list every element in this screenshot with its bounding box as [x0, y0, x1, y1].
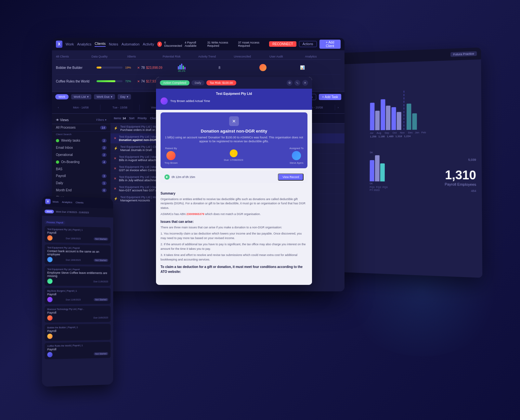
task-type-icon-5: ✕ — [114, 167, 116, 170]
popup-notification-text: Troy Brown added Actual Time — [170, 99, 210, 103]
lightning-center-icon: ⚡ — [230, 149, 238, 157]
mobile-task-1[interactable]: Test Equipment Pty Ltd | Payroll | 1 Pay… — [45, 226, 110, 243]
assigned-to-name: Steve Ayers — [290, 161, 304, 164]
day-mon[interactable]: Mon - 14/08 — [61, 105, 100, 110]
nav-clients[interactable]: Clients — [95, 42, 106, 47]
bas-label: BAS — [56, 167, 62, 171]
mobile-task-5[interactable]: Bluesoul Technology Pty Ltd | Payr... Pa… — [45, 306, 110, 323]
right-bars — [370, 79, 476, 130]
status-asset: 37 Asset Access Required — [238, 41, 267, 47]
col-audit: User Audit — [269, 55, 305, 58]
rv-1256: 1,256 — [370, 135, 376, 138]
timer-value: 0h 12m of 0h 15m — [172, 175, 195, 179]
sidebar-payroll[interactable]: Payroll 3 — [52, 172, 110, 180]
r-label-jul: Jul — [370, 131, 373, 134]
fq3-fy: FY 2023 — [370, 188, 419, 192]
nav-notes[interactable]: Notes — [109, 42, 118, 46]
mobile-task-4[interactable]: Big Boss Burgers | Payroll | 1 Payroll D… — [45, 287, 110, 304]
fq3-b2 — [375, 155, 380, 181]
popup-signers: Raised By Troy Brown ⚡ Due: 17/08/2023 A… — [164, 147, 304, 164]
practice-selector[interactable]: Futura Practice — [450, 51, 477, 57]
popup-expand-btn[interactable]: ⤡ — [294, 80, 300, 86]
mobile-nav-clients[interactable]: Clients — [76, 201, 84, 204]
trend-bar-4 — [183, 66, 184, 70]
rbar-1-2 — [375, 110, 380, 130]
mobile-task-client-3: Test Equipment Pty Ltd | Payroll — [47, 268, 108, 271]
issue-2-text: 2. If the amount of additional tax you h… — [161, 242, 307, 251]
sidebar-monthend[interactable]: Month End 6 — [52, 187, 110, 194]
client-analytics-1: 📊 — [300, 65, 341, 70]
filter-mode-selector[interactable]: Work Due ▾ — [94, 94, 115, 99]
priority-label: Priority — [138, 117, 147, 120]
mobile-task-6[interactable]: Bobbie the Builder | Payroll | 1 Payroll — [45, 324, 110, 341]
mobile-task-3[interactable]: Test Equipment Pty Ltd | Payroll Employe… — [45, 266, 110, 286]
mobile-task-name-7: Payroll — [47, 347, 108, 351]
popup-tab-completed[interactable]: Action Completed — [160, 80, 189, 85]
client-xberts-1: ✕ 78 $23,898.09 — [137, 66, 178, 70]
view-mode-selector[interactable]: Work List ▾ — [71, 94, 91, 99]
mobile-task-2[interactable]: Test Equipment Pty Ltd | Payroll Contact… — [45, 244, 110, 265]
abn-text: ASWMCo has ABN 23009965379 which does no… — [161, 212, 307, 217]
filter-label[interactable]: Filters ▾ — [96, 118, 107, 121]
mobile-nav-work[interactable]: Work — [53, 200, 59, 203]
nav-analytics[interactable]: Analytics — [77, 42, 91, 46]
email-label: Email Inbox — [56, 146, 73, 149]
all-processes-count: 14 — [100, 126, 107, 130]
popup-tab-taxrisk[interactable]: Tax Risk: $100.00 — [206, 80, 236, 85]
sidebar-onboarding1[interactable]: On-Boarding 4 — [52, 159, 110, 166]
add-client-button[interactable]: + Add Client — [319, 40, 341, 49]
mobile-task-7[interactable]: Coffee Rules the World | Payroll | 1 Pay… — [45, 342, 110, 359]
mobile-avatar-4 — [47, 297, 52, 302]
summary-text: Organisations or entities entitled to re… — [161, 197, 307, 210]
rbar-1 — [370, 102, 380, 130]
payroll-484: 484 — [425, 189, 476, 193]
trend-bar-1 — [178, 66, 179, 70]
period-selector[interactable]: Day ▾ — [118, 94, 131, 99]
client-row-1[interactable]: Bobbie the Builder 19% ✕ 78 $23,898.09 — [56, 61, 341, 75]
rv-1186: 1,186 — [378, 135, 385, 138]
issues-title: Issues that can arise: — [161, 219, 307, 224]
view-record-button[interactable]: View Record — [278, 173, 304, 181]
mobile-task-name-3: Employee Steve Coffee leave entitlements… — [47, 271, 108, 278]
mobile-process-label: Process: Payroll — [45, 220, 65, 224]
view-mode-label: Work List — [74, 95, 86, 98]
work-tab[interactable]: Work — [55, 94, 69, 99]
mobile-work-tab[interactable]: Work — [45, 209, 54, 213]
mobile-content: Process: Payroll Test Equipment Pty Ltd … — [42, 216, 113, 383]
nav-work[interactable]: Work — [66, 42, 74, 46]
client-trend-1: 28.1% — [178, 63, 218, 72]
popup-settings-btn[interactable]: ⚙ — [287, 80, 292, 86]
mobile-due-5: Due 18/8/2023 — [94, 316, 108, 318]
sidebar-all-processes[interactable]: All Processes 14 — [52, 124, 110, 131]
mobile-task-name-6: Payroll — [47, 328, 108, 332]
sidebar-weekly[interactable]: Weekly tasks 2 — [52, 137, 110, 144]
weekly-check — [56, 139, 59, 142]
prev-week-btn[interactable]: ‹ — [55, 106, 61, 109]
sidebar-operational[interactable]: Operational 2 — [52, 151, 110, 159]
mobile-avatar-7 — [47, 352, 52, 357]
sort-label: Sort — [129, 117, 135, 120]
summary-title: Summary — [161, 191, 307, 196]
actions-button[interactable]: Actions — [299, 41, 317, 47]
quality-pct-2: 72% — [125, 80, 131, 83]
popup-company-title: Test Equipment Pty Ltd — [161, 92, 307, 95]
raised-by-avatar — [166, 151, 176, 160]
next-week-btn[interactable]: › — [335, 106, 341, 109]
issue-3-text: 3. It takes time and effort to resolve a… — [161, 253, 307, 262]
add-task-btn[interactable]: + Add Task — [319, 94, 341, 100]
x-icon-1: ✕ — [137, 66, 140, 70]
nav-automation[interactable]: Automation — [122, 42, 140, 46]
mobile-status-1: Not Started — [94, 237, 108, 240]
day-tue[interactable]: Tue - 15/08 — [100, 105, 139, 110]
reconnect-button[interactable]: RECONNECT — [269, 41, 296, 47]
popup-notification: Test Equipment Pty Ltd Troy Brown added … — [156, 89, 312, 110]
sidebar-bas[interactable]: BAS — [52, 166, 110, 172]
sidebar-daily[interactable]: Daily 1 — [52, 180, 110, 187]
mobile-nav-analytics[interactable]: Analytics — [62, 200, 72, 203]
main-logo: X — [56, 41, 62, 48]
sidebar-email[interactable]: Email Inbox 2 — [52, 144, 110, 151]
nav-activity[interactable]: Activity — [143, 42, 154, 46]
mobile-period: Work Due 17/8/2023 - 21/8/2023 — [56, 210, 89, 213]
popup-tab-daily[interactable]: Daily — [191, 80, 204, 85]
popup-close-btn[interactable]: ✕ — [302, 80, 308, 86]
